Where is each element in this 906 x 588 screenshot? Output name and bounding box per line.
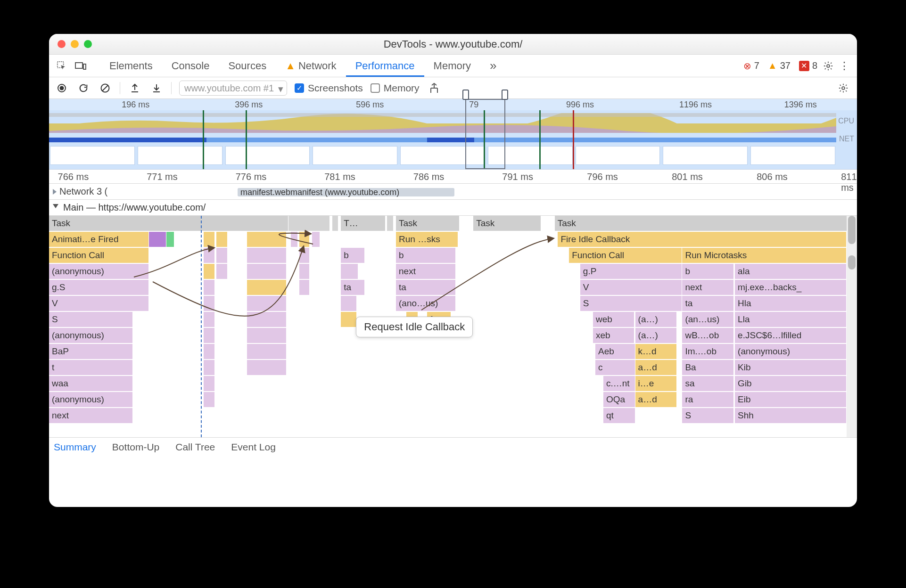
- flame-block[interactable]: Task: [555, 216, 850, 231]
- overview-selection[interactable]: [465, 99, 506, 169]
- flame-block[interactable]: [204, 328, 215, 343]
- network-request-bar[interactable]: manifest.webmanifest (www.youtube.com): [238, 188, 454, 196]
- flame-block[interactable]: Im.…ob: [682, 344, 734, 359]
- flame-block[interactable]: Lla: [735, 312, 847, 327]
- device-icon[interactable]: [73, 58, 89, 74]
- flame-block[interactable]: (anonymous): [735, 344, 847, 359]
- flame-block[interactable]: a…d: [635, 360, 677, 376]
- download-icon[interactable]: [149, 81, 164, 95]
- flame-block[interactable]: [216, 232, 228, 247]
- flame-block[interactable]: Aeb: [595, 344, 635, 359]
- flame-block[interactable]: [299, 232, 310, 247]
- flame-block[interactable]: [247, 360, 287, 376]
- flame-block[interactable]: [387, 216, 394, 231]
- flame-block[interactable]: [299, 248, 310, 263]
- close-icon[interactable]: [58, 40, 66, 48]
- flame-block[interactable]: ta: [341, 280, 365, 295]
- flame-block[interactable]: V: [580, 280, 683, 295]
- flame-block[interactable]: sa: [682, 376, 734, 392]
- flame-block[interactable]: [332, 216, 339, 231]
- flame-block[interactable]: Animati…e Fired: [49, 232, 149, 247]
- flame-block[interactable]: S: [682, 408, 734, 424]
- minimize-icon[interactable]: [71, 40, 79, 48]
- selection-handle-right[interactable]: [502, 90, 508, 100]
- flame-block[interactable]: (anonymous): [49, 264, 149, 279]
- tabs-overflow[interactable]: »: [480, 55, 506, 77]
- collapse-icon[interactable]: [53, 204, 58, 211]
- tab-sources[interactable]: Sources: [219, 55, 276, 77]
- flame-block[interactable]: [341, 296, 357, 311]
- flame-block[interactable]: Run …sks: [396, 232, 458, 247]
- flame-block[interactable]: [204, 360, 215, 376]
- flame-block[interactable]: b: [396, 248, 456, 263]
- flame-block[interactable]: ta: [396, 280, 456, 295]
- flame-block[interactable]: [204, 376, 215, 392]
- flame-block[interactable]: e.JSC$6…lfilled: [735, 328, 847, 343]
- flame-block[interactable]: (anonymous): [49, 392, 133, 408]
- tab-performance[interactable]: Performance: [346, 55, 424, 77]
- collect-garbage-icon[interactable]: [427, 81, 441, 95]
- flame-block[interactable]: Hla: [735, 296, 847, 311]
- flame-block[interactable]: [247, 280, 287, 295]
- capture-settings-icon[interactable]: [835, 83, 851, 93]
- flame-block[interactable]: k…d: [635, 344, 677, 359]
- memory-toggle[interactable]: Memory: [371, 82, 420, 94]
- tab-bottom-up[interactable]: Bottom-Up: [112, 441, 159, 453]
- flame-chart[interactable]: TaskT…TaskTaskTaskAnimati…e FiredRun …sk…: [49, 216, 857, 437]
- flame-block[interactable]: c.…nt: [603, 376, 635, 392]
- flame-block[interactable]: Function Call: [569, 248, 682, 263]
- flame-block[interactable]: Task: [473, 216, 541, 231]
- more-icon[interactable]: ⋮: [836, 60, 852, 72]
- tab-summary[interactable]: Summary: [54, 441, 96, 453]
- flame-block[interactable]: (a…): [635, 328, 677, 343]
- issue-counters[interactable]: ⊗7 ▲37 ✕8: [741, 60, 820, 72]
- record-icon[interactable]: [55, 81, 69, 95]
- flame-block[interactable]: Run Microtasks: [682, 248, 847, 263]
- flame-block[interactable]: V: [49, 296, 149, 311]
- selection-handle-left[interactable]: [462, 90, 469, 100]
- flame-block[interactable]: ra: [682, 392, 734, 408]
- flame-block[interactable]: [299, 264, 310, 279]
- flame-block[interactable]: [204, 344, 215, 359]
- flame-block[interactable]: Task: [396, 216, 460, 231]
- flame-block[interactable]: Fire Idle Callback: [558, 232, 847, 247]
- flame-block[interactable]: [204, 312, 215, 327]
- tab-network[interactable]: ▲ Network: [276, 55, 346, 77]
- flame-block[interactable]: i…e: [635, 376, 677, 392]
- flame-block[interactable]: Eib: [735, 392, 847, 408]
- flame-block[interactable]: [247, 248, 287, 263]
- zoom-icon[interactable]: [84, 40, 92, 48]
- tab-elements[interactable]: Elements: [100, 55, 162, 77]
- flame-block[interactable]: ala: [735, 264, 847, 279]
- flame-block[interactable]: a…d: [635, 392, 677, 408]
- network-track[interactable]: Network 3 ( manifest.webmanifest (www.yo…: [49, 184, 857, 200]
- flame-block[interactable]: [204, 264, 215, 279]
- flame-block[interactable]: waa: [49, 376, 133, 392]
- flame-block[interactable]: Kib: [735, 360, 847, 376]
- flame-block[interactable]: next: [682, 280, 734, 295]
- flame-block[interactable]: xeb: [593, 328, 634, 343]
- flame-block[interactable]: (ano…us): [396, 296, 456, 311]
- flame-block[interactable]: BaP: [49, 344, 133, 359]
- settings-icon[interactable]: [820, 61, 836, 71]
- flame-block[interactable]: next: [396, 264, 456, 279]
- flame-block[interactable]: [312, 232, 320, 247]
- inspect-icon[interactable]: [54, 58, 70, 74]
- flame-block[interactable]: [247, 328, 287, 343]
- flame-block[interactable]: ta: [682, 296, 734, 311]
- expand-icon[interactable]: [53, 189, 57, 195]
- flame-block[interactable]: b: [682, 264, 734, 279]
- flame-block[interactable]: c: [595, 360, 635, 376]
- target-select[interactable]: www.youtube.com #1: [179, 81, 287, 96]
- flame-block[interactable]: [247, 264, 287, 279]
- flame-block[interactable]: (a…): [635, 312, 677, 327]
- flame-block[interactable]: [204, 296, 215, 311]
- flame-block[interactable]: [204, 232, 215, 247]
- vertical-scrollbar[interactable]: [847, 216, 857, 437]
- flame-block[interactable]: Task: [49, 216, 288, 231]
- flame-block[interactable]: [247, 232, 287, 247]
- flame-block[interactable]: [299, 280, 310, 295]
- flame-block[interactable]: (anonymous): [49, 328, 133, 343]
- flame-block[interactable]: [247, 296, 287, 311]
- flame-block[interactable]: [341, 264, 358, 279]
